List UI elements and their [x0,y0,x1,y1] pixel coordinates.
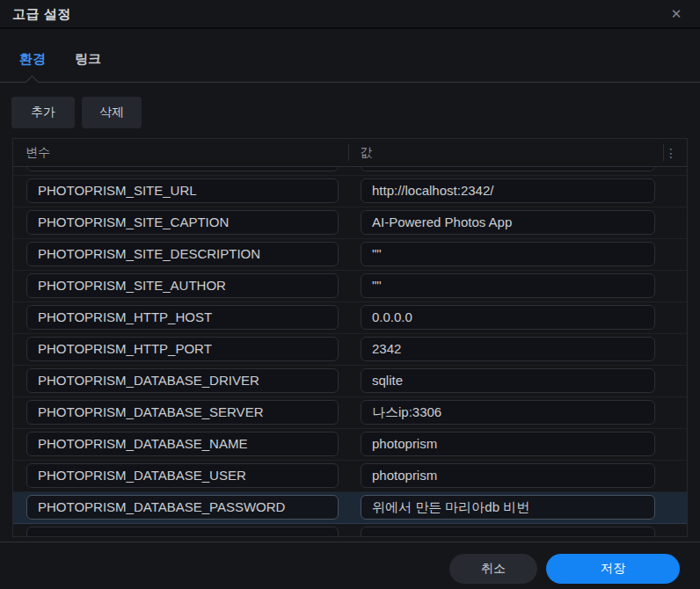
variable-input[interactable]: PHOTOPRISM_DATABASE_USER [26,463,339,488]
add-button[interactable]: 추가 [11,97,75,128]
close-icon[interactable]: ✕ [667,4,686,24]
dialog-title: 고급 설정 [12,6,71,23]
variable-input[interactable]: PHOTOPRISM_DATABASE_DRIVER [26,368,339,393]
table-row[interactable] [13,524,687,536]
variable-input[interactable] [26,167,339,171]
value-input[interactable]: 위에서 만든 마리아db 비번 [361,495,655,520]
variable-input[interactable]: PHOTOPRISM_DATABASE_PASSWORD [26,495,339,520]
table-row[interactable]: PHOTOPRISM_DATABASE_NAME photoprism [13,429,687,461]
table-body: PHOTOPRISM_SITE_URL http://localhost:234… [13,167,687,536]
variable-input[interactable]: PHOTOPRISM_HTTP_PORT [26,337,339,361]
tab-bar: 환경 링크 [0,31,700,83]
variable-input[interactable]: PHOTOPRISM_SITE_DESCRIPTION [26,242,339,266]
table-row[interactable]: PHOTOPRISM_HTTP_HOST 0.0.0.0 [13,302,687,334]
column-menu-icon[interactable]: ⋮ [665,144,677,162]
save-button[interactable]: 저장 [546,554,680,584]
value-input[interactable]: "" [361,273,655,298]
variable-input[interactable]: PHOTOPRISM_SITE_AUTHOR [26,273,339,298]
tab-environment[interactable]: 환경 [19,51,46,68]
table-row[interactable]: PHOTOPRISM_DATABASE_DRIVER sqlite [13,366,687,397]
table-row[interactable]: PHOTOPRISM_DATABASE_USER photoprism [13,461,687,492]
advanced-settings-dialog: 고급 설정 ✕ 환경 링크 추가 삭제 변수 값 ⋮ PHOTOPRISM_SI… [0,0,700,589]
value-input[interactable]: photoprism [361,463,655,488]
value-input[interactable]: "" [361,242,655,266]
table-row[interactable]: PHOTOPRISM_DATABASE_PASSWORD 위에서 만든 마리아d… [13,492,687,524]
tab-links[interactable]: 링크 [75,51,101,68]
table-header: 변수 값 ⋮ [13,139,687,167]
dialog-footer: 취소 저장 [0,542,700,589]
variable-input[interactable]: PHOTOPRISM_DATABASE_NAME [26,432,339,456]
value-input[interactable]: 2342 [361,337,655,361]
table-row[interactable] [13,167,687,176]
dialog-titlebar: 고급 설정 ✕ [0,0,700,29]
value-input[interactable]: AI-Powered Photos App [361,210,655,235]
table-row[interactable]: PHOTOPRISM_SITE_URL http://localhost:234… [13,176,687,207]
value-input[interactable]: photoprism [361,432,655,456]
table-row[interactable]: PHOTOPRISM_SITE_AUTHOR "" [13,271,687,302]
table-row[interactable]: PHOTOPRISM_DATABASE_SERVER 나스ip:3306 [13,397,687,429]
column-header-value: 값 [360,145,372,161]
value-input[interactable]: 0.0.0.0 [361,305,655,330]
value-input[interactable] [361,527,655,536]
env-variables-table: 변수 값 ⋮ PHOTOPRISM_SITE_URL http://localh… [12,138,688,537]
cancel-button[interactable]: 취소 [449,554,537,584]
value-input[interactable]: http://localhost:2342/ [361,178,655,203]
column-divider [663,144,664,161]
value-input[interactable]: 나스ip:3306 [361,400,655,425]
variable-input[interactable]: PHOTOPRISM_SITE_URL [26,178,339,203]
table-row[interactable]: PHOTOPRISM_SITE_DESCRIPTION "" [13,239,687,271]
value-input[interactable]: sqlite [361,368,655,393]
variable-input[interactable] [26,527,339,536]
value-input[interactable] [361,167,655,171]
active-tab-caret [26,76,40,90]
variable-input[interactable]: PHOTOPRISM_SITE_CAPTION [26,210,339,235]
column-divider [348,144,349,161]
variable-input[interactable]: PHOTOPRISM_DATABASE_SERVER [26,400,339,425]
table-row[interactable]: PHOTOPRISM_SITE_CAPTION AI-Powered Photo… [13,207,687,239]
table-row[interactable]: PHOTOPRISM_HTTP_PORT 2342 [13,334,687,366]
column-header-variable: 변수 [26,145,50,161]
variable-input[interactable]: PHOTOPRISM_HTTP_HOST [26,305,339,330]
delete-button[interactable]: 삭제 [82,97,142,128]
